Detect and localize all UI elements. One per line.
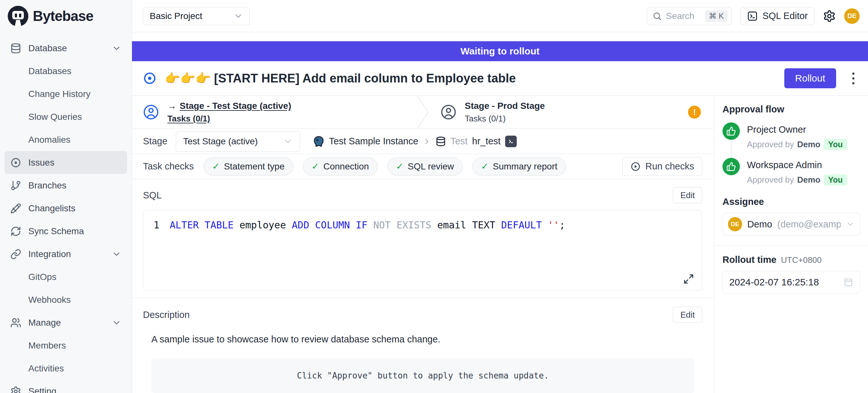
stage-card-test[interactable]: →Stage - Test Stage (active) Tasks (0/1) [132,96,416,128]
warning-icon: ! [688,105,701,119]
check-icon: ✓ [312,161,319,172]
issue-status-icon [143,71,156,85]
open-sql-editor-icon[interactable] [505,135,517,147]
sidebar-item-activities[interactable]: Activities [4,357,127,380]
chevron-down-icon [283,137,293,146]
project-select-value: Basic Project [150,11,234,21]
search-icon [652,11,662,21]
sidebar-item-gitops[interactable]: GitOps [4,266,127,288]
approval-role: Workspace Admin [747,160,847,171]
stage-strip: →Stage - Test Stage (active) Tasks (0/1)… [132,96,714,129]
stage-select[interactable]: Test Stage (active) [176,131,300,152]
run-checks-button[interactable]: Run checks [622,157,702,176]
chevron-down-icon [112,43,121,53]
you-badge: You [824,139,847,150]
task-checks-row: Task checks ✓Statement type ✓Connection … [132,154,714,179]
postgres-icon [313,135,324,147]
check-pill-connection[interactable]: ✓Connection [303,157,378,176]
sidebar-item-changelists[interactable]: Changelists [4,197,127,220]
rollout-time-input[interactable]: 2024-02-07 16:25:18 [722,271,860,294]
description-section: Description Edit A sample issue to showc… [132,298,714,393]
assignee-title: Assignee [722,196,860,207]
sidebar-item-members[interactable]: Members [4,334,127,357]
sidebar-item-anomalies[interactable]: Anomalies [4,128,127,151]
database-icon [436,136,446,147]
sidebar-item-sync-schema[interactable]: Sync Schema [4,220,127,243]
description-text: A sample issue to showcase how to review… [143,334,702,345]
gear-icon [10,386,21,393]
sidebar-item-databases[interactable]: Databases [4,60,127,83]
stage-tasks-link[interactable]: Tasks (0/1) [167,114,291,124]
search-input[interactable]: Search ⌘ K [647,7,732,25]
rollout-button[interactable]: Rollout [784,68,836,88]
you-badge: You [824,174,847,186]
status-banner: Waiting to rollout [132,41,868,61]
users-icon [10,317,21,328]
stage-label: Stage [143,136,167,147]
more-actions-kebab-icon[interactable] [850,70,857,86]
rollout-time-value: 2024-02-07 16:25:18 [729,277,843,288]
play-circle-icon [630,161,641,172]
assignee-name: Demo [747,219,772,230]
topbar: Basic Project Search ⌘ K SQL Editor DE [132,0,868,32]
database-icon [10,43,21,54]
sql-code-editor[interactable]: 1ALTER TABLE employee ADD COLUMN IF NOT … [143,210,702,291]
sidebar-item-label: Database [28,43,67,54]
calendar-icon[interactable] [843,277,854,288]
sidebar-item-change-history[interactable]: Change History [4,83,127,105]
user-avatar[interactable]: DE [844,8,860,24]
link-icon [10,249,21,260]
issue-circle-dot-icon [10,157,21,168]
instance-name-link[interactable]: Test Sample Instance [329,136,418,147]
check-icon: ✓ [396,161,403,172]
sql-section: SQL Edit 1ALTER TABLE employee ADD COLUM… [132,179,714,291]
stage-name-link[interactable]: Stage - Test Stage (active) [180,101,291,111]
brand-name: Bytebase [33,8,93,24]
sql-editor-button[interactable]: SQL Editor [740,7,814,25]
active-stage-arrow: → [167,101,177,111]
description-edit-button[interactable]: Edit [673,307,702,323]
database-name-link[interactable]: hr_test [472,136,501,147]
sidebar-item-webhooks[interactable]: Webhooks [4,288,127,311]
rollout-time-title: Rollout time [722,254,777,265]
stage-tasks: Tasks (0/1) [465,114,545,124]
project-select[interactable]: Basic Project [143,7,250,25]
check-pill-sql-review[interactable]: ✓SQL review [387,157,463,176]
stage-card-prod[interactable]: Stage - Prod Stage Tasks (0/1) ! [430,96,714,128]
sidebar-item-setting[interactable]: Setting [4,380,127,393]
sidebar: Bytebase Database Databases Change Histo… [0,0,132,393]
settings-gear-icon[interactable] [823,10,836,23]
sidebar-item-slow-queries[interactable]: Slow Queries [4,105,127,128]
thumbs-up-icon [722,158,740,175]
approval-role: Project Owner [747,124,847,135]
sql-edit-button[interactable]: Edit [673,187,702,203]
sidebar-item-integration[interactable]: Integration [4,243,127,266]
sidebar-item-issues[interactable]: Issues [4,151,127,174]
sidebar-item-manage[interactable]: Manage [4,311,127,334]
bytebase-logo-icon [8,6,28,26]
thumbs-up-icon [722,122,740,140]
stage-user-icon [143,104,159,120]
check-icon: ✓ [212,161,220,172]
check-pill-summary-report[interactable]: ✓Summary report [472,157,566,176]
sidebar-item-branches[interactable]: Branches [4,174,127,197]
sql-code-line: 1ALTER TABLE employee ADD COLUMN IF NOT … [143,219,702,231]
check-pill-statement-type[interactable]: ✓Statement type [204,157,293,176]
chevron-down-icon [112,249,121,259]
assignee-select[interactable]: DE Demo (demo@example [722,213,860,236]
task-checks-label: Task checks [143,161,194,172]
git-branch-icon [10,180,21,191]
assignee-email: (demo@example [777,219,841,230]
issue-sidebar: Approval flow Project Owner Approved by … [714,96,868,393]
chevron-down-icon [234,11,243,21]
approval-flow-title: Approval flow [722,104,860,115]
sidebar-item-database[interactable]: Database [4,37,127,60]
stage-user-icon [440,104,457,120]
sidebar-nav: Database Databases Change History Slow Q… [0,32,132,393]
environment-label: Test [451,136,467,147]
search-placeholder: Search [666,11,701,21]
expand-icon[interactable] [683,273,694,284]
issue-title-row: 👉👉👉 [START HERE] Add email column to Emp… [132,61,868,95]
brand-logo[interactable]: Bytebase [0,0,132,32]
panel-divider [714,245,868,245]
